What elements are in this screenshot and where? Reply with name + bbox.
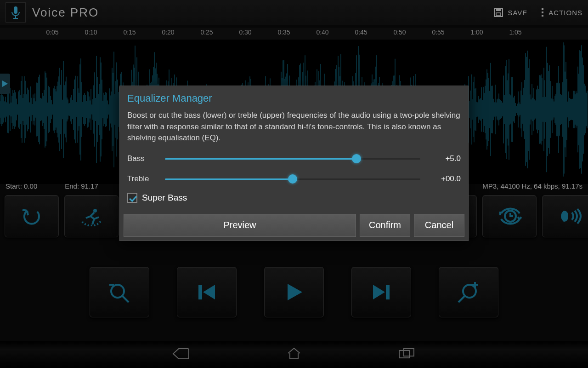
bass-slider[interactable] [165, 153, 420, 164]
treble-row: Treble +00.0 [120, 171, 468, 191]
confirm-button[interactable]: Confirm [360, 214, 410, 237]
dialog-description: Boost or cut the bass (lower) or treble … [120, 107, 468, 150]
preview-button[interactable]: Preview [124, 214, 356, 237]
superbass-checkbox[interactable] [127, 193, 137, 203]
cancel-button[interactable]: Cancel [414, 214, 464, 237]
treble-value: +00.0 [429, 174, 461, 184]
superbass-label: Super Bass [142, 193, 187, 203]
superbass-row: Super Bass [120, 191, 468, 210]
bass-value: +5.0 [429, 154, 461, 163]
modal-overlay: Equalizer Manager Boost or cut the bass … [0, 0, 588, 368]
dialog-buttons: Preview Confirm Cancel [120, 210, 468, 241]
treble-label: Treble [127, 174, 157, 184]
treble-slider[interactable] [165, 173, 420, 184]
bass-label: Bass [127, 154, 157, 163]
dialog-title: Equalizer Manager [120, 86, 468, 107]
equalizer-dialog: Equalizer Manager Boost or cut the bass … [119, 86, 469, 241]
bass-row: Bass +5.0 [120, 150, 468, 171]
